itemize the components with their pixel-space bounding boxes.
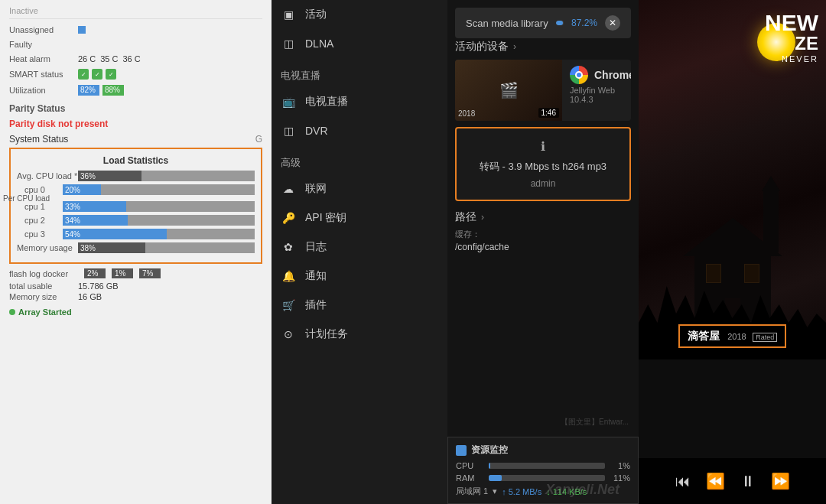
system-status-g: G — [255, 134, 262, 145]
parity-error-text: Parity disk not present — [9, 119, 262, 129]
unassigned-row: Unassigned — [9, 24, 262, 36]
cpu0-fill: 20% — [63, 184, 101, 195]
inactive-header: Inactive — [9, 6, 262, 19]
plugins-label: 插件 — [305, 298, 327, 312]
cpu2-label: cpu 2 — [17, 216, 63, 225]
entwar-label: 【图文里】Entwar... — [561, 417, 629, 428]
activity-icon: ▣ — [281, 7, 296, 22]
cpu-resource-label: CPU — [456, 461, 483, 470]
house-scene — [672, 168, 794, 321]
chrome-device-card[interactable]: 🎬 2018 1:46 Chrome Jellyfin Web 10.4.3 — [455, 60, 631, 121]
parity-status-title: Parity Status — [9, 103, 262, 115]
smart-status-row: SMART status ✓ ✓ ✓ — [9, 67, 262, 81]
cpu3-label: cpu 3 — [17, 229, 63, 239]
blue-indicator — [78, 26, 86, 34]
array-started-row: Array Started — [9, 307, 262, 317]
cpu1-row: cpu 1 33% — [17, 201, 255, 212]
logs-icon: ✿ — [281, 239, 296, 255]
device-subtitle: Jellyfin Web 10.4.3 — [570, 86, 631, 104]
chrome-row: Chrome — [570, 66, 631, 84]
watermark-text: Xanyeli.Net — [545, 482, 620, 497]
notify-icon: 🔔 — [281, 268, 296, 284]
memory-size-row: Memory size 16 GB — [9, 292, 262, 301]
menu-item-tv[interactable]: 📺 电视直播 — [272, 87, 447, 116]
resource-monitor-icon — [456, 445, 467, 456]
movie-year-badge: 2018 — [727, 332, 746, 341]
scan-bar: Scan media library 87.2% ✕ — [455, 8, 631, 38]
house-tower — [763, 191, 779, 252]
menu-item-tasks[interactable]: ⊙ 计划任务 — [272, 320, 447, 349]
path-title: 路径 — [455, 210, 476, 224]
load-stats-title: Load Statistics — [17, 155, 255, 166]
cpu0-label: cpu 0 — [17, 185, 63, 194]
cpu2-value: 34% — [65, 216, 80, 225]
utilization-label: Utilization — [9, 86, 78, 95]
smart-icon-3: ✓ — [106, 69, 116, 80]
heat-val-1: 26 C — [78, 54, 96, 63]
menu-item-activity[interactable]: ▣ 活动 — [272, 0, 447, 29]
path-section: 路径 › 缓存： /config/cache — [455, 210, 631, 252]
memory-label: Memory usage — [17, 243, 78, 252]
ram-bar-bg — [489, 475, 605, 481]
cpu2-fill: 34% — [63, 215, 128, 226]
scan-progress-wrap — [556, 21, 564, 25]
array-dot — [9, 309, 15, 315]
menu-item-api[interactable]: 🔑 API 密钥 — [272, 203, 447, 232]
new-badge: NEW ZE NEVER — [750, 0, 826, 66]
flash-row: flash log docker 2% 1% 7% — [9, 268, 262, 278]
house-window-1 — [706, 264, 721, 283]
plugins-icon: 🛒 — [281, 298, 296, 313]
net-up: ↑ 5.2 MB/s — [502, 487, 541, 496]
cpu-bar-bg — [489, 463, 605, 469]
device-name: Chrome — [594, 69, 631, 81]
net-dropdown-icon[interactable]: ▾ — [493, 486, 497, 496]
heat-val-2: 35 C — [100, 54, 118, 63]
api-label: API 密钥 — [305, 211, 346, 225]
path-arrow-icon: › — [481, 212, 484, 223]
menu-item-logs[interactable]: ✿ 日志 — [272, 232, 447, 262]
active-devices-arrow-icon: › — [513, 41, 516, 52]
tv-icon: 📺 — [281, 94, 296, 109]
smart-icon-2: ✓ — [92, 69, 102, 80]
per-cpu-label: Per CPU load — [3, 194, 64, 203]
menu-item-dlna[interactable]: ◫ DLNA — [272, 29, 447, 58]
ze-text: ZE — [750, 34, 818, 53]
scan-label: Scan media library — [466, 18, 548, 29]
movie-year: 2018 — [458, 109, 475, 118]
menu-item-dvr[interactable]: ◫ DVR — [272, 116, 447, 145]
network-label: 局域网 1 — [456, 486, 488, 497]
util-val-1: 82% — [78, 85, 99, 96]
transcode-user: admin — [469, 178, 617, 189]
unraid-panel: Inactive Unassigned Faulty Heat alarm 26… — [0, 0, 272, 504]
play-pause-button[interactable]: ⏸ — [740, 473, 756, 490]
flash-pct1: 2% — [84, 268, 106, 278]
ram-resource-label: RAM — [456, 473, 483, 483]
rewind-button[interactable]: ⏪ — [706, 472, 725, 490]
jellyfin-menu: ▣ 活动 ◫ DLNA 电视直播 📺 电视直播 ◫ DVR 高级 ☁ 联网 🔑 … — [272, 0, 447, 504]
cpu3-row: cpu 3 54% — [17, 229, 255, 239]
menu-item-plugins[interactable]: 🛒 插件 — [272, 291, 447, 320]
memory-size-value: 16 GB — [78, 292, 102, 301]
transcode-box: ℹ 转码 - 3.9 Mbps ts h264 mp3 admin — [455, 127, 631, 201]
cache-label: 缓存： — [455, 229, 631, 240]
dlna-icon: ◫ — [281, 36, 296, 51]
transcode-text: 转码 - 3.9 Mbps ts h264 mp3 — [469, 160, 617, 174]
advanced-category: 高级 — [272, 145, 447, 174]
memory-fill: 38% — [78, 242, 145, 253]
flash-pct3: 7% — [139, 268, 161, 278]
player-controls: ⏮ ⏪ ⏸ ⏩ — [639, 458, 826, 504]
faulty-row: Faulty — [9, 38, 262, 50]
device-thumbnail: 🎬 2018 1:46 — [455, 60, 562, 121]
avg-cpu-label: Avg. CPU load * — [17, 171, 78, 180]
menu-item-network[interactable]: ☁ 联网 — [272, 174, 447, 203]
cpu0-value: 20% — [65, 186, 80, 194]
forward-button[interactable]: ⏩ — [771, 472, 790, 490]
unassigned-label: Unassigned — [9, 25, 78, 34]
scan-close-button[interactable]: ✕ — [605, 15, 620, 31]
never-text: NEVER — [750, 53, 818, 66]
tv-label: 电视直播 — [305, 95, 348, 109]
scan-progress-bg — [556, 21, 564, 25]
util-bar-1: 82% — [78, 85, 99, 96]
prev-button[interactable]: ⏮ — [675, 473, 691, 490]
menu-item-notify[interactable]: 🔔 通知 — [272, 262, 447, 291]
